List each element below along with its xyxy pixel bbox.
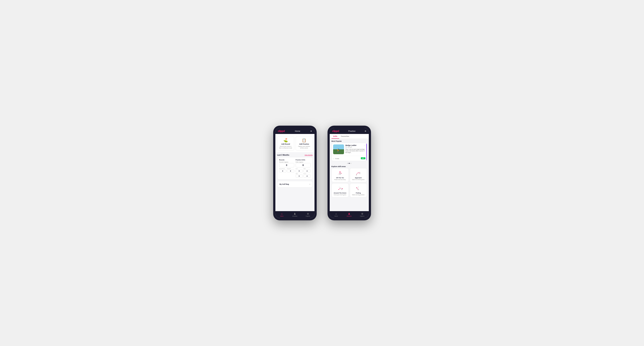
home-content: ⛳ Add Round Record your shots in fast or…: [276, 134, 314, 211]
putting-name: Putting: [356, 192, 361, 194]
off-tee-icon: [336, 170, 344, 176]
practice-activities-label: Activities: [347, 215, 352, 217]
practice-menu-icon[interactable]: ≡: [365, 130, 366, 133]
practice-capture-icon: ⊕: [361, 212, 363, 215]
home-tab-label: Home: [280, 215, 284, 217]
svg-point-20: [356, 187, 357, 188]
drills-capture-value: 8: [296, 163, 311, 168]
home-header: clippd Home ≡: [276, 128, 314, 134]
view-activity-link[interactable]: View Activity: [304, 154, 312, 156]
practice-tab-home[interactable]: ⌂ Home: [330, 212, 343, 217]
tab-drills[interactable]: Drills: [332, 134, 339, 139]
shots-count: 9 shots: [335, 158, 339, 159]
drills-title: Practice Drills: [296, 159, 311, 161]
practice-title: Practice: [348, 130, 356, 132]
practice-col: Practice 0: [287, 168, 294, 173]
shots-info: ○ 9 shots: [333, 157, 339, 160]
svg-point-19: [356, 188, 357, 188]
practice-tab-activities[interactable]: ♟ Activities: [343, 212, 356, 217]
tournament-label: Tournament: [279, 168, 286, 169]
phone-home: clippd Home ≡ ⛳ Add Round Record your sh…: [273, 126, 317, 220]
svg-point-11: [340, 187, 341, 188]
capture-tab-label: Capture: [306, 215, 310, 217]
tab-capture[interactable]: ⊕ Capture: [302, 212, 314, 217]
shots-icon: ○: [333, 158, 334, 160]
tab-home[interactable]: ⌂ Home: [276, 212, 288, 217]
rounds-title: Rounds: [279, 159, 294, 161]
drill-title-row: Wedge Ladder ☆: [346, 145, 365, 147]
add-practice-icon: 📋: [302, 138, 306, 143]
around-green-name: Around The Green: [334, 192, 346, 194]
drills-sub-row-2: ARG 0 PUTT 4: [296, 173, 311, 177]
golfer-icon: 🏌: [336, 149, 341, 153]
dot-3: [350, 163, 351, 164]
arg-value: 0: [296, 175, 303, 177]
ott-value: 0: [296, 170, 303, 173]
tournament-value: 0: [279, 170, 286, 173]
drill-name: Wedge Ladder: [346, 145, 357, 146]
drills-sub-row-1: OTT 0 APP 4: [296, 168, 311, 173]
add-practice-card[interactable]: 📋 Add Practice Capture your practice off…: [296, 136, 313, 151]
putt-value: 4: [304, 175, 311, 177]
off-tee-name: Off The Tee: [336, 177, 344, 178]
skill-off-tee[interactable]: Off The Tee Power and accuracy: [332, 168, 349, 182]
menu-icon[interactable]: ≡: [310, 130, 312, 133]
app-value: 4: [304, 170, 311, 173]
drills-capture-label: Drills Capture: [296, 162, 311, 163]
action-cards-row: ⛳ Add Round Record your shots in fast or…: [276, 134, 314, 152]
activities-tab-icon: ♟: [294, 212, 296, 215]
practice-value: 0: [287, 170, 294, 173]
tab-favourites[interactable]: Favourites: [339, 134, 351, 139]
svg-point-7: [356, 175, 357, 175]
add-practice-title: Add Practice: [299, 143, 309, 145]
svg-marker-17: [342, 188, 343, 189]
around-green-icon: [336, 185, 344, 191]
most-popular-label: Most Popular: [330, 139, 369, 143]
star-icon[interactable]: ☆: [364, 145, 365, 147]
chevron-icon: ›: [310, 183, 310, 185]
around-green-desc: Hone your short game: [334, 194, 346, 195]
skill-approach[interactable]: Approach Dial-in to hit the green: [350, 168, 367, 182]
approach-icon: [355, 170, 362, 176]
tab-activities[interactable]: ♟ Activities: [288, 212, 302, 217]
golf-bag-row[interactable]: My Golf Bag ›: [277, 181, 313, 187]
practice-tab-bar: ⌂ Home ♟ Activities ⊕ Capture: [330, 211, 369, 218]
home-tab-bar: ⌂ Home ♟ Activities ⊕ Capture: [276, 211, 314, 218]
featured-drill-card[interactable]: 🏌 Wedge Ladder ☆ 50–100 yds Play 1 shot …: [332, 143, 367, 161]
add-round-title: Add Round: [281, 143, 290, 145]
practice-tab-capture[interactable]: ⊕ Capture: [356, 212, 369, 217]
practice-content: Most Popular 🏌 Wedge Ladder ☆: [330, 139, 369, 211]
practice-home-label: Home: [334, 215, 338, 217]
carousel-dots: [330, 162, 369, 165]
svg-point-12: [339, 187, 340, 188]
ott-label: OTT: [296, 168, 303, 169]
explore-label: Explore skill areas: [330, 165, 369, 168]
logo: clippd: [278, 130, 285, 133]
skill-areas-grid: Off The Tee Power and accuracy: [330, 168, 369, 199]
practice-capture-label: Capture: [360, 215, 364, 217]
golf-bag-label: My Golf Bag: [280, 183, 289, 185]
skill-around-green[interactable]: Around The Green Hone your short game: [332, 183, 349, 197]
stats-card: Rounds Rounds Capture 0 Tournament 0 Pra…: [277, 157, 313, 179]
drill-description: Play 1 shot at each target yardage. If y…: [346, 149, 365, 153]
skill-putting[interactable]: Putting Make and lag practice: [350, 183, 367, 197]
rounds-sub-row: Tournament 0 Practice 0: [279, 168, 294, 173]
svg-line-13: [339, 188, 340, 189]
accent-bar: [366, 143, 367, 161]
stats-row: Rounds Rounds Capture 0 Tournament 0 Pra…: [279, 159, 311, 177]
add-round-card[interactable]: ⛳ Add Round Record your shots in fast or…: [277, 136, 294, 151]
approach-name: Approach: [355, 177, 362, 178]
dot-1: [347, 163, 348, 164]
putting-icon: [355, 185, 362, 191]
rounds-capture-label: Rounds Capture: [279, 162, 294, 163]
drills-col: Practice Drills Drills Capture 8 OTT 0 A…: [296, 159, 311, 177]
off-tee-desc: Power and accuracy: [334, 179, 346, 180]
arg-label: ARG: [296, 173, 303, 174]
app-label: APP: [304, 168, 311, 169]
practice-tabs-header: Drills Favourites: [330, 134, 369, 139]
putting-desc: Make and lag practice: [352, 194, 364, 195]
app-badge: APP: [361, 157, 365, 159]
practice-activities-icon: ♟: [348, 212, 350, 215]
drill-info: Wedge Ladder ☆ 50–100 yds Play 1 shot at…: [346, 145, 365, 154]
drill-thumbnail: 🏌: [333, 145, 344, 154]
